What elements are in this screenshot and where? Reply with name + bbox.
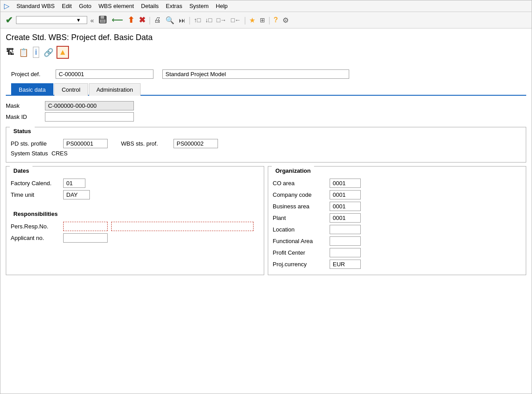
edit-icon-btn[interactable]: 📋	[17, 47, 30, 58]
pd-sts-input[interactable]	[63, 139, 108, 148]
menu-help[interactable]: Help	[216, 3, 228, 9]
bookmark-button[interactable]: ★	[248, 15, 257, 25]
structure-icon: 🏗	[6, 48, 14, 57]
org-company-code-label: Company code	[273, 191, 326, 198]
org-business-area-label: Business area	[273, 203, 326, 210]
help-button[interactable]: ?	[272, 15, 279, 25]
svg-rect-3	[101, 20, 105, 22]
wbs-sts-input[interactable]	[173, 139, 218, 148]
menu-goto[interactable]: Goto	[79, 3, 91, 9]
find-next-button[interactable]: ⏭	[177, 16, 187, 25]
move-down-button[interactable]: ↓□	[204, 16, 213, 24]
menu-edit[interactable]: Edit	[62, 3, 72, 9]
org-business-area-input[interactable]	[330, 202, 361, 211]
pers-resp-row: Pers.Resp.No.	[11, 222, 259, 231]
menu-standard-wbs[interactable]: Standard WBS	[16, 3, 55, 9]
mask-id-input[interactable]	[45, 112, 134, 122]
left-section: Dates Factory Calend. Time unit	[6, 166, 264, 275]
menu-system[interactable]: System	[189, 3, 209, 9]
nav-up-icon: ⬆	[128, 15, 134, 25]
dates-section: Dates Factory Calend. Time unit	[6, 167, 264, 205]
applicant-input[interactable]	[63, 233, 108, 243]
dropdown-icon[interactable]: ▼	[76, 17, 81, 23]
status-section: Status PD sts. profile WBS sts. prof. Sy…	[6, 127, 526, 162]
time-unit-input[interactable]	[63, 190, 90, 199]
mask-input[interactable]	[45, 101, 134, 110]
app-logo-icon: ▷	[4, 2, 9, 10]
menu-wbs-element[interactable]: WBS element	[99, 3, 134, 9]
print-button[interactable]: 🖨	[153, 15, 162, 25]
cancel-icon: ✖	[139, 15, 145, 25]
command-input[interactable]	[18, 17, 76, 23]
svg-rect-1	[101, 16, 104, 19]
help-icon: ?	[274, 16, 278, 24]
org-co-area-input[interactable]	[330, 179, 361, 188]
mask-id-row: Mask ID	[6, 112, 526, 122]
save-icon	[98, 15, 107, 25]
nav-back-button[interactable]: ⟵	[110, 14, 125, 26]
tab-control[interactable]: Control	[54, 83, 88, 96]
system-status-label: System Status	[11, 150, 48, 157]
pd-sts-label: PD sts. profile	[11, 140, 60, 147]
pers-resp-label: Pers.Resp.No.	[11, 223, 60, 230]
nav-up-button[interactable]: ⬆	[126, 14, 136, 26]
command-field-wrap: ▼	[16, 16, 87, 24]
org-profit-center-input[interactable]	[330, 248, 361, 257]
project-def-label: Project def.	[11, 71, 47, 77]
time-unit-label: Time unit	[11, 191, 60, 198]
separator-4: |	[268, 16, 270, 25]
move-left-button[interactable]: □←	[230, 16, 242, 24]
menu-bar: ▷ Standard WBS Edit Goto WBS element Det…	[0, 0, 532, 12]
org-location-input[interactable]	[330, 225, 361, 234]
find-button[interactable]: 🔍	[164, 15, 176, 25]
org-proj-currency-input[interactable]	[330, 260, 361, 269]
move-up-icon: ↑□	[194, 16, 201, 24]
pd-sts-row: PD sts. profile WBS sts. prof.	[11, 139, 521, 148]
pers-resp-input[interactable]	[63, 222, 108, 231]
print-icon: 🖨	[154, 16, 161, 24]
org-plant-row: Plant	[273, 213, 521, 223]
project-def-description-input[interactable]	[162, 69, 349, 79]
structure-icon-btn[interactable]: 🏗	[5, 47, 16, 58]
org-proj-currency-row: Proj.currency	[273, 260, 521, 269]
info-icon: i	[33, 47, 39, 58]
pers-resp-extra-input[interactable]	[111, 222, 254, 231]
find-icon: 🔍	[165, 16, 174, 24]
tab-administration[interactable]: Administration	[89, 83, 141, 96]
move-right-button[interactable]: □→	[215, 16, 228, 24]
warning-triangle-icon: ▲	[59, 48, 67, 57]
cancel-button[interactable]: ✖	[137, 14, 147, 26]
bookmark-icon: ★	[249, 16, 255, 24]
info-icon-btn[interactable]: i	[32, 46, 40, 59]
org-functional-area-input[interactable]	[330, 236, 361, 246]
lower-section: Dates Factory Calend. Time unit	[6, 166, 526, 275]
find-next-icon: ⏭	[179, 16, 185, 24]
tab-basic-data[interactable]: Basic data	[11, 83, 53, 96]
org-functional-area-label: Functional Area	[273, 238, 326, 244]
move-left-icon: □←	[231, 16, 241, 24]
save-button[interactable]	[97, 14, 109, 26]
org-company-code-input[interactable]	[330, 190, 361, 199]
hierarchy-icon: 🔗	[44, 48, 53, 57]
org-functional-area-row: Functional Area	[273, 236, 521, 246]
back-button[interactable]: «	[89, 16, 95, 25]
hierarchy-icon-btn[interactable]: 🔗	[42, 47, 55, 58]
layout-button[interactable]: ⊞	[258, 16, 266, 24]
org-profit-center-row: Profit Center	[273, 248, 521, 257]
warning-triangle-btn[interactable]: ▲	[56, 46, 69, 59]
confirm-button[interactable]: ✔	[4, 14, 14, 26]
menu-extras[interactable]: Extras	[166, 3, 182, 9]
org-plant-input[interactable]	[330, 213, 361, 223]
double-left-arrow-icon: «	[90, 16, 94, 24]
settings-button[interactable]: ⚙	[281, 15, 290, 25]
responsibilities-title: Responsibilities	[10, 209, 61, 219]
project-def-input[interactable]	[56, 69, 153, 79]
factory-calend-input[interactable]	[63, 179, 85, 188]
menu-details[interactable]: Details	[141, 3, 159, 9]
org-profit-center-label: Profit Center	[273, 249, 326, 256]
system-status-row: System Status CRES	[11, 150, 521, 157]
applicant-label: Applicant no.	[11, 235, 60, 241]
mask-label: Mask	[6, 102, 41, 109]
project-def-row: Project def.	[6, 67, 526, 82]
move-up-button[interactable]: ↑□	[193, 16, 202, 24]
